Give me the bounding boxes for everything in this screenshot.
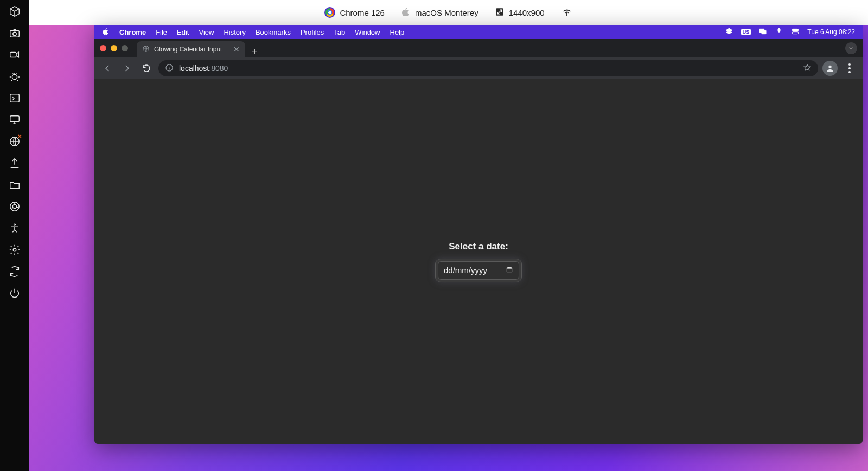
svg-point-9 xyxy=(14,224,16,225)
video-icon[interactable] xyxy=(9,49,21,61)
menu-file[interactable]: File xyxy=(156,28,167,36)
svg-point-22 xyxy=(848,71,851,73)
menu-profiles[interactable]: Profiles xyxy=(301,28,324,36)
svg-rect-16 xyxy=(792,31,799,34)
browser-info: Chrome 126 xyxy=(324,7,385,18)
calendar-icon[interactable] xyxy=(506,266,513,275)
os-label: macOS Monterey xyxy=(415,8,478,17)
broadcast-icon xyxy=(561,6,573,20)
menubar-screens-icon[interactable] xyxy=(758,27,767,37)
svg-rect-5 xyxy=(10,116,20,122)
resolution-info: 1440x900 xyxy=(495,7,545,18)
svg-point-8 xyxy=(12,204,16,208)
menu-view[interactable]: View xyxy=(199,28,214,36)
browser-toolbar: localhost:8080 xyxy=(94,57,863,79)
folder-icon[interactable] xyxy=(9,179,21,191)
offline-globe-icon[interactable]: ✕ xyxy=(9,136,21,147)
page-viewport: Select a date: dd/mm/yyyy xyxy=(94,79,863,444)
chrome-outline-icon[interactable] xyxy=(9,201,21,212)
svg-rect-13 xyxy=(762,30,766,34)
accessibility-icon[interactable] xyxy=(9,222,21,234)
date-input[interactable]: dd/mm/yyyy xyxy=(438,261,519,280)
date-input-wrapper: dd/mm/yyyy xyxy=(435,259,522,282)
upload-icon[interactable] xyxy=(9,157,21,169)
cube-icon[interactable] xyxy=(9,5,21,17)
menu-bookmarks[interactable]: Bookmarks xyxy=(256,28,291,36)
date-placeholder: dd/mm/yyyy xyxy=(444,266,487,275)
svg-rect-4 xyxy=(10,94,20,102)
menubar-cast-icon[interactable] xyxy=(725,27,733,37)
environment-info-bar: Chrome 126 macOS Monterey 1440x900 xyxy=(29,0,868,25)
bookmark-star-icon[interactable] xyxy=(803,63,812,74)
browser-tab[interactable]: Glowing Calendar Input ✕ xyxy=(137,41,245,57)
tab-favicon-icon xyxy=(142,45,150,54)
back-button[interactable] xyxy=(100,61,115,76)
menu-edit[interactable]: Edit xyxy=(177,28,189,36)
menu-window[interactable]: Window xyxy=(355,28,380,36)
svg-rect-2 xyxy=(10,52,16,57)
svg-point-21 xyxy=(848,67,851,69)
svg-rect-0 xyxy=(10,30,20,37)
network-info xyxy=(561,6,573,20)
input-source-indicator[interactable]: US xyxy=(741,29,751,35)
date-label: Select a date: xyxy=(449,241,508,252)
chrome-logo-icon xyxy=(324,7,335,18)
zoom-window-button[interactable] xyxy=(122,45,128,51)
macos-menu-bar: Chrome File Edit View History Bookmarks … xyxy=(94,25,863,39)
menubar-clock[interactable]: Tue 6 Aug 08:22 xyxy=(807,28,855,36)
menu-app-name[interactable]: Chrome xyxy=(119,28,146,36)
reload-button[interactable] xyxy=(139,61,154,76)
svg-point-19 xyxy=(828,66,831,68)
svg-rect-23 xyxy=(507,268,512,272)
terminal-icon[interactable] xyxy=(9,92,21,104)
dimensions-icon xyxy=(495,7,505,18)
svg-rect-15 xyxy=(792,29,799,31)
svg-point-10 xyxy=(13,248,16,251)
browser-tab-strip: Glowing Calendar Input ✕ + xyxy=(94,39,863,57)
close-window-button[interactable] xyxy=(100,45,106,51)
menu-bar-right: US Tue 6 Aug 08:22 xyxy=(725,27,855,37)
menu-history[interactable]: History xyxy=(224,28,245,36)
minimize-window-button[interactable] xyxy=(111,45,117,51)
tab-overflow-button[interactable] xyxy=(845,42,857,54)
bug-icon[interactable] xyxy=(9,70,21,82)
macos-desktop: Chrome File Edit View History Bookmarks … xyxy=(29,25,868,471)
tab-close-icon[interactable]: ✕ xyxy=(233,45,240,54)
svg-rect-14 xyxy=(778,28,780,32)
x-badge-icon: ✕ xyxy=(17,133,23,139)
url-text: localhost:8080 xyxy=(179,64,228,73)
menubar-control-center-icon[interactable] xyxy=(791,27,800,37)
power-icon[interactable] xyxy=(9,287,21,299)
menubar-mic-icon[interactable] xyxy=(775,27,783,37)
new-tab-button[interactable]: + xyxy=(245,46,264,57)
window-controls xyxy=(100,39,137,57)
svg-point-20 xyxy=(848,63,851,66)
sync-icon[interactable] xyxy=(9,266,21,278)
browser-window: Chrome File Edit View History Bookmarks … xyxy=(94,25,863,444)
os-info: macOS Monterey xyxy=(401,7,478,18)
tab-title: Glowing Calendar Input xyxy=(154,46,222,53)
address-bar[interactable]: localhost:8080 xyxy=(158,60,818,76)
profile-button[interactable] xyxy=(822,61,838,76)
apple-grey-icon xyxy=(401,7,411,18)
stage: Chrome 126 macOS Monterey 1440x900 Chrom… xyxy=(29,0,868,471)
svg-point-3 xyxy=(12,74,17,79)
gear-icon[interactable] xyxy=(9,244,21,256)
monitor-icon[interactable] xyxy=(9,114,21,126)
chrome-menu-button[interactable] xyxy=(842,61,857,76)
menu-tab[interactable]: Tab xyxy=(334,28,345,36)
forward-button[interactable] xyxy=(119,61,135,76)
browser-label: Chrome 126 xyxy=(340,8,385,17)
menu-help[interactable]: Help xyxy=(390,28,405,36)
left-tool-strip: ✕ xyxy=(0,0,29,471)
resolution-label: 1440x900 xyxy=(509,8,545,17)
apple-menu-icon[interactable] xyxy=(102,28,110,37)
svg-point-1 xyxy=(13,32,16,35)
camera-icon[interactable] xyxy=(9,27,21,39)
site-info-icon[interactable] xyxy=(165,63,174,74)
